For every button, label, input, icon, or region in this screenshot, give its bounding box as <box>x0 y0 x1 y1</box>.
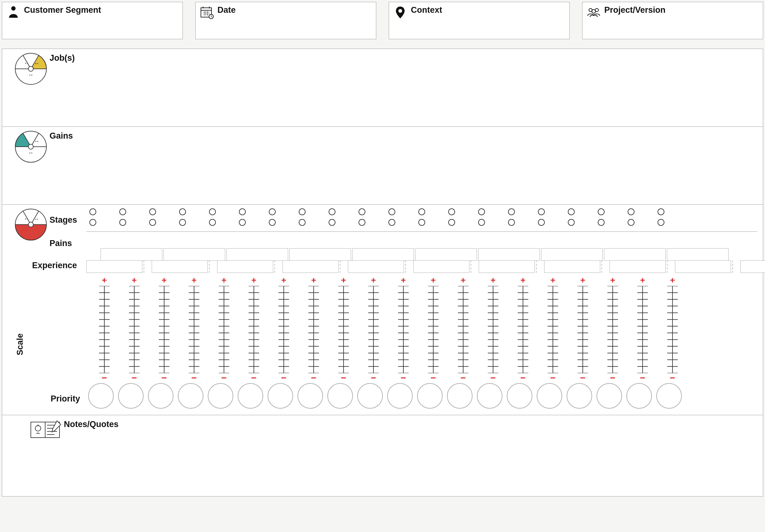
priority-circle[interactable] <box>447 383 472 409</box>
experience-box[interactable] <box>283 261 339 273</box>
stage-radio[interactable] <box>299 219 306 226</box>
stage-radio[interactable] <box>359 209 366 215</box>
experience-box[interactable] <box>413 261 469 273</box>
experience-box[interactable] <box>604 248 666 261</box>
scale-column[interactable]: +− <box>598 274 628 383</box>
experience-box[interactable] <box>675 261 731 273</box>
experience-box[interactable] <box>610 261 666 273</box>
stage-radio[interactable] <box>478 219 485 226</box>
stage-radio[interactable] <box>628 209 634 215</box>
stage-radio[interactable] <box>239 219 246 226</box>
project-version-box[interactable]: Project/Version <box>582 2 763 39</box>
experience-box[interactable] <box>164 248 225 261</box>
stage-radio[interactable] <box>628 219 634 226</box>
priority-circle[interactable] <box>387 383 413 409</box>
priority-circle[interactable] <box>507 383 532 409</box>
stage-radio[interactable] <box>149 219 156 226</box>
priority-circle[interactable] <box>626 383 652 409</box>
stage-radio[interactable] <box>149 209 156 215</box>
experience-box[interactable] <box>479 261 535 273</box>
stage-radio[interactable] <box>598 209 605 215</box>
stage-radio[interactable] <box>388 209 395 215</box>
experience-box[interactable] <box>667 248 729 261</box>
experience-box[interactable] <box>289 248 351 261</box>
experience-box[interactable] <box>544 261 600 273</box>
stage-radio[interactable] <box>657 219 664 226</box>
notes-panel[interactable]: Notes/Quotes <box>2 415 763 496</box>
scale-column[interactable]: +− <box>478 274 508 383</box>
experience-box[interactable] <box>541 248 603 261</box>
priority-circle[interactable] <box>268 383 293 409</box>
scale-column[interactable]: +− <box>628 274 657 383</box>
scale-column[interactable]: +− <box>359 274 388 383</box>
experience-box[interactable] <box>352 248 414 261</box>
scale-column[interactable]: +− <box>209 274 239 383</box>
scale-column[interactable]: +− <box>239 274 269 383</box>
experience-box[interactable] <box>101 248 162 261</box>
scale-column[interactable]: +− <box>568 274 598 383</box>
priority-circle[interactable] <box>596 383 622 409</box>
stage-radio[interactable] <box>119 219 126 226</box>
stage-radio[interactable] <box>538 219 545 226</box>
experience-box[interactable] <box>86 261 142 273</box>
stage-radio[interactable] <box>568 209 575 215</box>
stage-radio[interactable] <box>448 219 455 226</box>
priority-circle[interactable] <box>238 383 263 409</box>
priority-circle[interactable] <box>178 383 203 409</box>
priority-circle[interactable] <box>417 383 442 409</box>
priority-circle[interactable] <box>357 383 383 409</box>
scale-column[interactable]: +− <box>179 274 209 383</box>
priority-circle[interactable] <box>298 383 323 409</box>
priority-circle[interactable] <box>537 383 562 409</box>
stage-radio[interactable] <box>209 209 216 215</box>
stage-radio[interactable] <box>508 209 515 215</box>
scale-column[interactable]: +− <box>269 274 299 383</box>
stage-radio[interactable] <box>239 209 246 215</box>
stage-radio[interactable] <box>119 209 126 215</box>
stage-radio[interactable] <box>657 209 664 215</box>
priority-circle[interactable] <box>208 383 233 409</box>
experience-box[interactable] <box>740 261 765 273</box>
stage-radio[interactable] <box>269 219 276 226</box>
priority-circle[interactable] <box>118 383 144 409</box>
experience-box[interactable] <box>348 261 404 273</box>
scale-column[interactable]: +− <box>418 274 448 383</box>
priority-circle[interactable] <box>656 383 682 409</box>
stage-radio[interactable] <box>89 219 96 226</box>
date-box[interactable]: Date <box>195 2 376 39</box>
stage-radio[interactable] <box>269 209 276 215</box>
priority-circle[interactable] <box>88 383 114 409</box>
stage-radio[interactable] <box>508 219 515 226</box>
stage-radio[interactable] <box>179 219 186 226</box>
scale-column[interactable]: +− <box>89 274 119 383</box>
stage-radio[interactable] <box>448 209 455 215</box>
stage-radio[interactable] <box>89 209 96 215</box>
scale-column[interactable]: +− <box>508 274 538 383</box>
stage-radio[interactable] <box>388 219 395 226</box>
priority-circle[interactable] <box>566 383 592 409</box>
stage-radio[interactable] <box>418 219 425 226</box>
experience-box[interactable] <box>227 248 288 261</box>
stage-radio[interactable] <box>329 219 336 226</box>
stage-radio[interactable] <box>478 209 485 215</box>
scale-column[interactable]: +− <box>448 274 478 383</box>
stage-radio[interactable] <box>209 219 216 226</box>
stage-radio[interactable] <box>538 209 545 215</box>
context-box[interactable]: Context <box>389 2 570 39</box>
stage-radio[interactable] <box>418 209 425 215</box>
scale-column[interactable]: +− <box>299 274 329 383</box>
priority-circle[interactable] <box>477 383 502 409</box>
stage-radio[interactable] <box>179 209 186 215</box>
stage-radio[interactable] <box>329 209 336 215</box>
scale-column[interactable]: +− <box>538 274 568 383</box>
scale-column[interactable]: +− <box>329 274 359 383</box>
experience-box[interactable] <box>152 261 208 273</box>
stage-radio[interactable] <box>299 209 306 215</box>
stage-radio[interactable] <box>359 219 366 226</box>
scale-column[interactable]: +− <box>657 274 687 383</box>
scale-column[interactable]: +− <box>388 274 418 383</box>
scale-column[interactable]: +− <box>119 274 149 383</box>
priority-circle[interactable] <box>328 383 353 409</box>
customer-segment-box[interactable]: Customer Segment <box>2 2 183 39</box>
experience-box[interactable] <box>217 261 273 273</box>
